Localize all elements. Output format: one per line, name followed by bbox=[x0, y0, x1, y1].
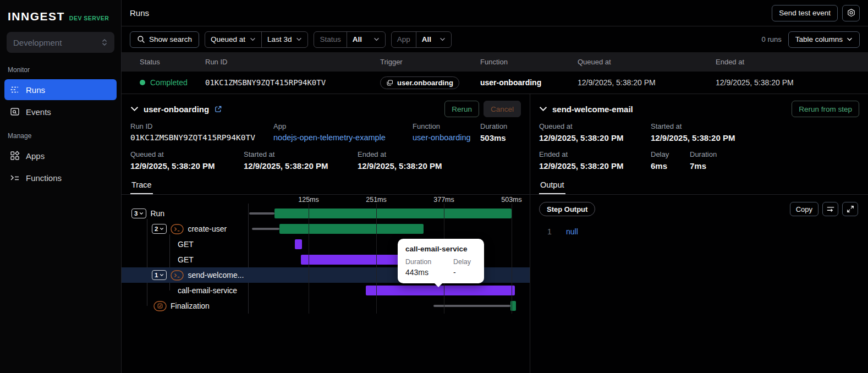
step-icon-wrap bbox=[171, 224, 184, 234]
queued-at-cell: 12/9/2025, 5:38:20 PM bbox=[578, 78, 716, 87]
settings-button[interactable] bbox=[842, 5, 860, 21]
sidebar-item-runs[interactable]: Runs bbox=[4, 79, 117, 100]
step-run-icon bbox=[171, 270, 184, 281]
tooltip-title: call-email-service bbox=[405, 245, 476, 253]
trace-waterfall: 3Run2create-userGETGET1send-welcome...ca… bbox=[122, 195, 530, 314]
trace-row-name: GET bbox=[178, 255, 194, 264]
run-id-value: 01KC1ZMSBNY9ZQT415RP94K0TV bbox=[130, 133, 273, 142]
rerun-from-step-button[interactable]: Rerun from step bbox=[792, 101, 859, 117]
collapse-chevron-icon[interactable] bbox=[130, 106, 139, 112]
tab-trace[interactable]: Trace bbox=[130, 177, 153, 194]
column-header-ended-at: Ended at bbox=[716, 58, 868, 66]
filter-bar: Show search Queued at Last 3d Status All bbox=[122, 26, 868, 52]
time-field-dropdown[interactable]: Queued at bbox=[205, 32, 261, 47]
chevron-down-icon bbox=[160, 273, 164, 277]
topbar: Runs Send test event bbox=[122, 0, 868, 26]
trace-expander-toggle[interactable]: 2 bbox=[152, 224, 167, 234]
step-run-icon bbox=[171, 224, 184, 234]
chevron-down-icon bbox=[847, 37, 853, 41]
send-test-event-button[interactable]: Send test event bbox=[772, 5, 838, 21]
rerun-button[interactable]: Rerun bbox=[444, 101, 479, 117]
trace-bar[interactable] bbox=[274, 209, 512, 218]
chevron-up-down-icon bbox=[101, 39, 108, 46]
step-queued-field: Queued at 12/9/2025, 5:38:20 PM bbox=[539, 122, 651, 142]
duration-field: Duration 503ms bbox=[480, 122, 530, 142]
function-link[interactable]: user-onboarding bbox=[413, 133, 480, 142]
app-link[interactable]: nodejs-open-telemetry-example bbox=[273, 133, 413, 142]
trigger-badge[interactable]: user.onboarding bbox=[380, 76, 459, 89]
sidebar-item-events[interactable]: Events bbox=[4, 101, 117, 122]
table-row[interactable]: Completed 01KC1ZMSBNY9ZQT415RP94K0TV use… bbox=[122, 72, 868, 94]
step-ended-field: Ended at 12/9/2025, 5:38:20 PM bbox=[539, 150, 651, 171]
time-range-dropdown[interactable]: Last 3d bbox=[261, 32, 307, 47]
chevron-down-icon bbox=[139, 212, 144, 215]
axis-gridline bbox=[512, 204, 512, 314]
trace-expander-toggle[interactable]: 3 bbox=[131, 209, 146, 218]
queue-wait-line bbox=[433, 305, 510, 307]
axis-tick-label: 251ms bbox=[366, 196, 387, 204]
trace-bar[interactable] bbox=[295, 239, 303, 249]
trace-bar[interactable] bbox=[301, 255, 409, 265]
runs-count: 0 runs bbox=[762, 35, 782, 43]
trace-row-name: call-email-service bbox=[178, 286, 237, 295]
word-wrap-button[interactable] bbox=[822, 202, 838, 216]
run-status: Completed bbox=[122, 78, 205, 87]
app-filter-group: App All bbox=[391, 31, 452, 48]
step-title: send-welcome-email bbox=[552, 105, 633, 114]
status-filter-dropdown[interactable]: All bbox=[347, 32, 385, 47]
queue-wait-line bbox=[249, 212, 274, 215]
tab-output[interactable]: Output bbox=[539, 177, 565, 194]
sidebar-item-label: Events bbox=[26, 107, 51, 117]
step-delay-field: Delay 6ms bbox=[651, 150, 690, 171]
output-code: 1 null bbox=[530, 216, 868, 236]
column-header-function: Function bbox=[480, 58, 578, 66]
chevron-down-icon bbox=[250, 37, 256, 41]
trace-row-name: Run bbox=[150, 209, 164, 218]
time-filter-group: Queued at Last 3d bbox=[205, 31, 308, 48]
table-columns-button[interactable]: Table columns bbox=[788, 31, 860, 48]
app-window: INNGEST DEV SERVER Development Monitor R… bbox=[0, 0, 868, 373]
gear-icon bbox=[847, 8, 856, 18]
sidebar-item-apps[interactable]: Apps bbox=[4, 145, 117, 166]
trace-bar[interactable] bbox=[279, 224, 424, 234]
status-dot-icon bbox=[140, 80, 145, 85]
search-icon bbox=[137, 35, 145, 43]
sidebar-item-label: Runs bbox=[26, 85, 45, 95]
ended-at-cell: 12/9/2025, 5:38:20 PM bbox=[716, 78, 868, 87]
app-filter-dropdown[interactable]: All bbox=[416, 32, 451, 47]
event-icon bbox=[386, 79, 393, 86]
queue-wait-line bbox=[252, 228, 280, 230]
collapse-chevron-icon[interactable] bbox=[539, 106, 547, 112]
step-duration-field: Duration 7ms bbox=[690, 150, 868, 171]
run-details: user-onboarding Rerun Cancel Run ID 01KC… bbox=[122, 94, 868, 373]
environment-select[interactable]: Development bbox=[7, 32, 114, 53]
axis-gridline bbox=[309, 204, 309, 314]
expand-icon bbox=[847, 205, 854, 213]
output-value: null bbox=[566, 227, 578, 236]
show-search-button[interactable]: Show search bbox=[130, 31, 199, 48]
ended-at-field: Ended at 12/9/2025, 5:38:20 PM bbox=[358, 150, 530, 171]
trace-expander-toggle[interactable]: 1 bbox=[152, 270, 167, 280]
trace-row-call-email-service[interactable]: call-email-service bbox=[122, 283, 530, 298]
run-id-field: Run ID 01KC1ZMSBNY9ZQT415RP94K0TV bbox=[130, 122, 273, 142]
axis-gridline bbox=[376, 204, 377, 314]
step-output-chip[interactable]: Step Output bbox=[539, 202, 595, 216]
trace-row-run[interactable]: 3Run bbox=[122, 206, 530, 221]
page-title: Runs bbox=[130, 8, 149, 18]
app-field: App nodejs-open-telemetry-example bbox=[273, 122, 413, 142]
trace-row-finalization[interactable]: Finalization bbox=[122, 298, 530, 314]
copy-button[interactable]: Copy bbox=[790, 202, 818, 216]
trace-row-create-user[interactable]: 2create-user bbox=[122, 221, 530, 237]
axis-tick-label: 503ms bbox=[501, 196, 522, 204]
sidebar-item-functions[interactable]: Functions bbox=[4, 167, 117, 188]
status-badge: Completed bbox=[150, 78, 188, 87]
status-filter-label: Status bbox=[314, 32, 346, 47]
axis-tick-label: 377ms bbox=[433, 196, 454, 204]
cancel-button[interactable]: Cancel bbox=[484, 101, 521, 117]
external-link-icon[interactable] bbox=[214, 105, 222, 113]
sidebar-item-label: Functions bbox=[26, 173, 62, 183]
environment-select-label: Development bbox=[13, 38, 62, 47]
chevron-down-icon bbox=[160, 227, 164, 231]
apps-icon bbox=[10, 151, 20, 161]
expand-button[interactable] bbox=[842, 202, 858, 216]
